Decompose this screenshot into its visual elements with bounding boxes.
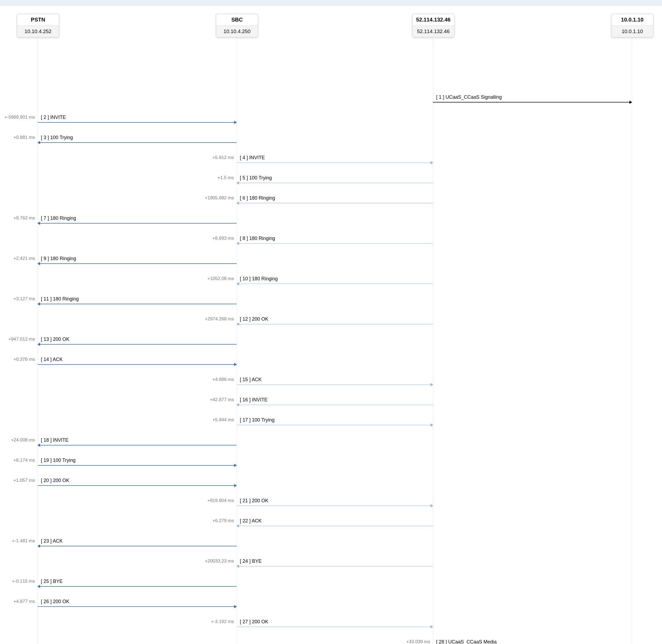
message-time: +8.693 ms	[212, 236, 234, 241]
message-label: [ 19 ] 100 Trying	[41, 458, 75, 463]
participant-node[interactable]: SBC10.10.4.250	[216, 14, 258, 38]
arrowhead-right-icon	[234, 121, 237, 124]
message-arrow-line	[38, 546, 237, 546]
message-time: +0.881 ms	[14, 135, 35, 140]
arrowhead-left-icon	[38, 302, 40, 305]
message-label: [ 16 ] INVITE	[240, 397, 267, 403]
arrowhead-right-icon	[430, 504, 433, 507]
message-label: [ 26 ] 200 OK	[41, 599, 69, 604]
message-arrow-line	[237, 405, 433, 405]
message-arrow-line	[38, 122, 237, 123]
message-label: [ 6 ] 180 Ringing	[240, 195, 275, 201]
message-label: [ 25 ] BYE	[41, 579, 63, 584]
arrowhead-left-icon	[38, 343, 40, 346]
message-label: [ 20 ] 200 OK	[41, 478, 69, 483]
message-arrow-line	[237, 162, 433, 163]
message-label: [ 2 ] INVITE	[41, 115, 66, 120]
message-label: [ 14 ] ACK	[41, 357, 63, 362]
arrowhead-left-icon	[38, 222, 40, 225]
message-time: +42.877 ms	[210, 397, 234, 402]
message-time: +2.421 ms	[14, 256, 35, 261]
message-arrow-line	[433, 102, 632, 102]
arrowhead-right-icon	[234, 605, 237, 608]
message-arrow-line	[237, 425, 433, 425]
participant-title: PSTN	[17, 14, 59, 26]
message-label: [ 4 ] INVITE	[240, 155, 265, 161]
message-time: +24.008 ms	[11, 437, 35, 443]
message-arrow-line	[237, 183, 433, 183]
message-arrow-line	[38, 304, 237, 304]
arrowhead-left-icon	[236, 565, 239, 568]
message-time: +4.877 ms	[14, 599, 35, 604]
participant-node[interactable]: PSTN10.10.4.252	[17, 14, 59, 38]
message-label: [ 10 ] 180 Ringing	[240, 276, 278, 282]
message-time: +4.686 ms	[212, 377, 234, 382]
message-time: +6.279 ms	[212, 518, 234, 524]
message-arrow-line	[237, 526, 433, 526]
arrowhead-left-icon	[236, 242, 239, 245]
participant-node[interactable]: 10.0.1.1010.0.1.10	[611, 14, 654, 38]
message-arrow-line	[38, 445, 237, 445]
message-label: [ 24 ] BYE	[240, 558, 262, 564]
message-arrow-line	[237, 324, 433, 324]
message-label: [ 27 ] 200 OK	[240, 619, 268, 625]
message-label: [ 21 ] 200 OK	[240, 498, 268, 504]
message-label: [ 3 ] 100 Trying	[41, 135, 73, 140]
message-time: +6.174 ms	[14, 458, 35, 463]
arrowhead-left-icon	[236, 524, 239, 528]
lifeline	[433, 13, 433, 644]
message-arrow-line	[38, 485, 237, 486]
arrowhead-left-icon	[38, 443, 40, 447]
arrowhead-right-icon	[234, 464, 237, 467]
message-arrow-line	[38, 586, 237, 587]
message-arrow-line	[237, 283, 433, 284]
message-label: [ 28 ] UCaaS_CCaaS Media	[436, 639, 497, 644]
message-time: +919.804 ms	[207, 498, 234, 503]
participant-address: 10.0.1.10	[611, 26, 653, 37]
message-arrow-line	[237, 626, 433, 627]
arrowhead-left-icon	[236, 202, 239, 205]
message-arrow-line	[38, 344, 237, 345]
message-time: +-5988.901 ms	[4, 115, 35, 120]
top-bar	[0, 0, 662, 6]
arrowhead-left-icon	[38, 262, 40, 265]
arrowhead-right-icon	[234, 484, 237, 487]
message-time: +5.944 ms	[212, 417, 234, 422]
message-time: +1052.08 ms	[207, 276, 234, 281]
message-time: +-1.481 ms	[12, 538, 35, 544]
arrowhead-right-icon	[630, 100, 632, 104]
arrowhead-right-icon	[234, 363, 237, 366]
message-arrow-line	[38, 142, 237, 143]
message-time: +33.039 ms	[406, 639, 430, 644]
message-arrow-line	[237, 385, 433, 385]
message-time: +3.127 ms	[14, 296, 35, 302]
message-arrow-line	[38, 263, 237, 264]
participant-node[interactable]: 52.114.132.4652.114.132.46	[412, 14, 454, 38]
lifeline	[632, 13, 632, 644]
arrowhead-left-icon	[236, 403, 239, 407]
message-label: [ 5 ] 100 Trying	[240, 175, 272, 181]
message-label: [ 17 ] 100 Trying	[240, 417, 275, 423]
arrowhead-right-icon	[430, 625, 433, 628]
participant-title: 10.0.1.10	[611, 14, 653, 26]
message-arrow-line	[38, 606, 237, 607]
message-arrow-line	[38, 223, 237, 224]
participant-address: 10.10.4.252	[17, 26, 59, 37]
lifeline	[38, 13, 38, 644]
message-arrow-line	[237, 243, 433, 244]
arrowhead-left-icon	[236, 181, 239, 185]
message-label: [ 11 ] 180 Ringing	[41, 296, 79, 302]
message-arrow-line	[38, 465, 237, 466]
message-label: [ 8 ] 180 Ringing	[240, 236, 275, 241]
arrowhead-right-icon	[430, 161, 433, 164]
lifeline	[237, 13, 237, 644]
message-time: +-3.192 ms	[211, 619, 234, 624]
message-time: +2974.268 ms	[205, 316, 234, 322]
arrowhead-left-icon	[38, 585, 40, 588]
message-label: [ 22 ] ACK	[240, 518, 262, 524]
message-label: [ 23 ] ACK	[41, 538, 63, 544]
message-time: +-0.115 ms	[12, 579, 35, 584]
arrowhead-left-icon	[236, 282, 239, 285]
message-arrow-line	[38, 364, 237, 365]
arrowhead-right-icon	[430, 383, 433, 386]
